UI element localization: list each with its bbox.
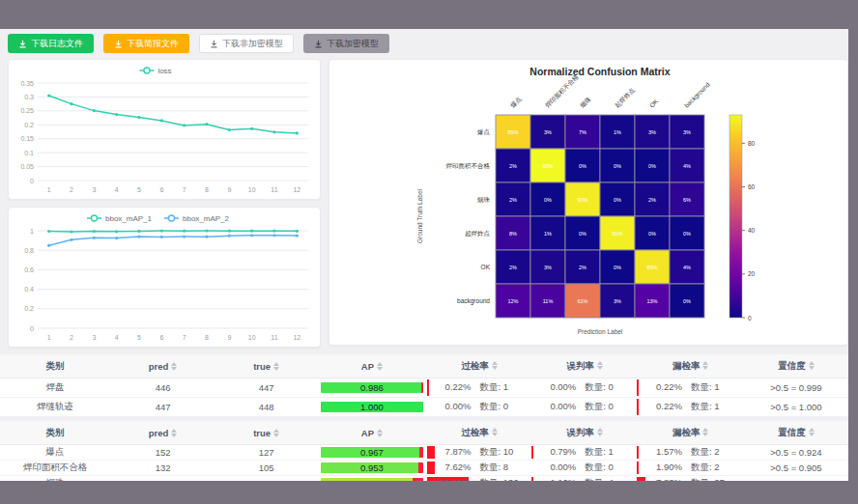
confidence-cell: >0.5 = 1.000 xyxy=(744,398,848,417)
svg-text:2%: 2% xyxy=(579,265,586,270)
column-header-6[interactable]: 误判率 xyxy=(531,354,637,378)
sort-icon[interactable] xyxy=(273,429,279,437)
sort-icon[interactable] xyxy=(809,361,815,370)
sort-icon[interactable] xyxy=(377,362,383,371)
column-header-7[interactable]: 漏检率 xyxy=(637,354,744,378)
svg-text:9: 9 xyxy=(227,334,231,341)
svg-text:0.6: 0.6 xyxy=(24,266,34,273)
svg-text:93%: 93% xyxy=(542,163,553,169)
sort-icon[interactable] xyxy=(597,428,603,436)
svg-text:3%: 3% xyxy=(544,129,552,135)
misjudge-cell: 0.00%数量: 0 xyxy=(531,461,637,476)
overdetect-cell: 0.22%数量: 1 xyxy=(427,378,532,398)
button-label: 下载日志文件 xyxy=(31,38,83,50)
svg-text:12: 12 xyxy=(293,186,300,193)
svg-text:0%: 0% xyxy=(683,298,691,304)
download-log-button[interactable]: 下载日志文件 xyxy=(8,34,94,53)
sort-icon[interactable] xyxy=(171,362,177,371)
legend-item[interactable]: bbox_mAP_2 xyxy=(164,214,230,223)
pred-count: 446 xyxy=(110,378,215,398)
charts-column: 00.050.10.150.20.250.30.3512345678910111… xyxy=(8,59,321,348)
pred-count: 132 xyxy=(110,461,215,476)
svg-text:0%: 0% xyxy=(544,197,552,203)
sort-icon[interactable] xyxy=(597,361,603,370)
svg-text:0%: 0% xyxy=(648,163,656,169)
column-header-7[interactable]: 漏检率 xyxy=(637,421,744,445)
sort-icon[interactable] xyxy=(492,361,498,370)
svg-text:6%: 6% xyxy=(683,197,691,203)
svg-text:1: 1 xyxy=(30,228,34,235)
table-row: 焊缝轨迹4474481.0000.00%数量: 00.00%数量: 00.22%… xyxy=(0,398,848,417)
confidence-cell: >0.5 = 0.999 xyxy=(744,378,848,398)
svg-text:0.15: 0.15 xyxy=(20,135,34,142)
class-label: 烟珠 xyxy=(0,476,110,482)
svg-text:10: 10 xyxy=(248,186,256,193)
svg-text:8: 8 xyxy=(205,186,209,193)
svg-text:91%: 91% xyxy=(612,231,622,237)
legend-item[interactable]: loss xyxy=(139,67,171,75)
pred-count: 479 xyxy=(110,476,215,482)
svg-text:11%: 11% xyxy=(543,298,554,304)
metrics-tables: 类别predtrueAP过检率误判率漏检率置信度焊盘4464470.9860.2… xyxy=(0,354,848,481)
column-header-5[interactable]: 过检率 xyxy=(427,421,532,445)
download-icon xyxy=(210,40,218,48)
column-header-6[interactable]: 误判率 xyxy=(531,421,637,445)
column-header-4[interactable]: AP xyxy=(317,354,426,378)
svg-text:0: 0 xyxy=(30,178,34,184)
svg-text:0.2: 0.2 xyxy=(24,305,34,312)
ap-cell: 0.953 xyxy=(317,461,426,476)
svg-text:60: 60 xyxy=(748,183,756,190)
svg-text:loss: loss xyxy=(157,67,171,75)
column-header-2[interactable]: pred xyxy=(110,421,215,445)
sort-icon[interactable] xyxy=(492,428,498,436)
svg-text:1%: 1% xyxy=(544,231,552,237)
svg-text:0.8: 0.8 xyxy=(24,247,34,254)
svg-text:0.25: 0.25 xyxy=(20,107,34,114)
missrate-cell: 1.57%数量: 2 xyxy=(637,445,744,461)
svg-text:0: 0 xyxy=(30,325,34,332)
sort-icon[interactable] xyxy=(273,362,279,371)
svg-text:2: 2 xyxy=(70,186,73,193)
svg-text:OK: OK xyxy=(481,264,491,270)
true-count: 127 xyxy=(215,445,317,461)
svg-text:1: 1 xyxy=(47,186,51,193)
download-report-button[interactable]: 下载简报文件 xyxy=(103,34,189,53)
svg-text:0%: 0% xyxy=(648,231,656,237)
legend-item[interactable]: bbox_mAP_1 xyxy=(87,214,153,223)
svg-text:4: 4 xyxy=(115,186,119,193)
column-header-8[interactable]: 置信度 xyxy=(744,354,848,378)
svg-text:11: 11 xyxy=(271,186,277,193)
download-unencrypted-model-button[interactable]: 下载非加密模型 xyxy=(199,34,294,53)
column-header-3[interactable]: true xyxy=(215,354,317,378)
missrate-cell: 7.83%数量: 27 xyxy=(637,476,744,482)
svg-text:0%: 0% xyxy=(614,265,621,270)
svg-text:0.4: 0.4 xyxy=(24,286,34,293)
column-header-5[interactable]: 过检率 xyxy=(427,354,532,378)
table-row: 焊印面积不合格1321050.9537.62%数量: 80.00%数量: 01.… xyxy=(0,461,848,476)
svg-text:40: 40 xyxy=(748,227,756,234)
sort-icon[interactable] xyxy=(702,428,708,436)
sort-icon[interactable] xyxy=(702,361,708,370)
svg-text:12%: 12% xyxy=(507,298,518,304)
svg-text:3: 3 xyxy=(92,334,96,341)
overdetect-cell: 0.00%数量: 0 xyxy=(427,398,532,417)
svg-text:3%: 3% xyxy=(648,129,656,135)
column-header-8[interactable]: 置信度 xyxy=(744,421,848,445)
svg-text:0%: 0% xyxy=(579,231,586,237)
column-header-3[interactable]: true xyxy=(215,421,317,445)
sort-icon[interactable] xyxy=(809,428,815,436)
sort-icon[interactable] xyxy=(377,429,383,437)
true-count: 447 xyxy=(215,378,317,398)
download-encrypted-model-button[interactable]: 下载加密模型 xyxy=(303,34,389,53)
svg-text:爆点: 爆点 xyxy=(477,128,491,135)
svg-text:89%: 89% xyxy=(646,265,657,270)
svg-text:85%: 85% xyxy=(507,129,518,135)
svg-text:Ground Truth Label: Ground Truth Label xyxy=(416,188,423,243)
svg-text:11: 11 xyxy=(271,334,277,341)
column-header-4[interactable]: AP xyxy=(317,421,426,445)
svg-text:1%: 1% xyxy=(614,129,621,135)
toolbar: 下载日志文件下载简报文件下载非加密模型下载加密模型 xyxy=(0,29,848,59)
column-header-2[interactable]: pred xyxy=(110,354,215,378)
sort-icon[interactable] xyxy=(171,429,177,437)
svg-text:3%: 3% xyxy=(614,298,621,304)
